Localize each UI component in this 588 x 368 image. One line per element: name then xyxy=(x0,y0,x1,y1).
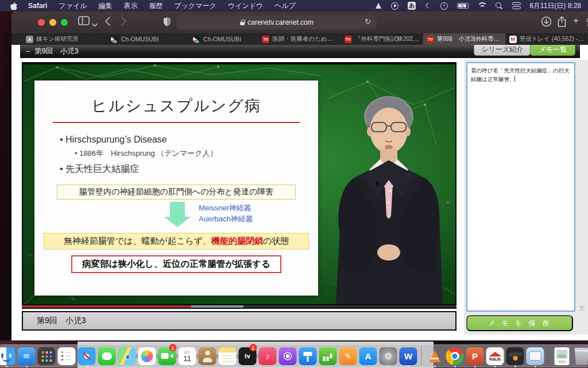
calendar-day: 11 xyxy=(183,355,191,363)
facetime-dock-icon[interactable]: 1 xyxy=(158,345,177,367)
privacy-shield-icon[interactable] xyxy=(163,17,171,29)
safari-window: carenetv.carenet.com ↻ + A錬キン術研究所Ch-OMUS… xyxy=(11,12,588,340)
word-dock-icon[interactable]: W xyxy=(399,345,418,367)
mail-dock-icon[interactable]: ✉ xyxy=(17,345,36,367)
safari-dock-icon[interactable] xyxy=(78,345,96,367)
appletv-dock-icon[interactable]: tv1 xyxy=(238,345,257,367)
resize-handle-icon[interactable] xyxy=(580,306,585,310)
address-bar[interactable]: carenetv.carenet.com ↻ xyxy=(177,16,377,29)
messages-dock-icon[interactable] xyxy=(98,345,117,367)
slide-box-result: 無神経節腸管では、蠕動が起こらず、機能的腸閉鎖の状態 xyxy=(44,233,309,250)
menu-3[interactable]: 表示 xyxy=(118,1,143,11)
clock-icon[interactable] xyxy=(440,2,448,10)
pages-dock-icon[interactable]: ✎ xyxy=(339,345,358,367)
zoom-window-button[interactable] xyxy=(61,19,68,26)
spotlight-search-icon[interactable] xyxy=(496,2,503,10)
kalib-dock-icon[interactable]: KaLib xyxy=(486,345,505,367)
photos-icon xyxy=(138,347,156,365)
menu-5[interactable]: ブックマーク xyxy=(168,1,222,11)
appstore-dock-icon[interactable]: A xyxy=(359,345,378,367)
tab-1[interactable]: Ch-OMUSUBI xyxy=(94,33,176,45)
battery-charging-icon[interactable] xyxy=(457,3,469,9)
menu-app[interactable]: Safari xyxy=(22,2,53,10)
tab-label: 受信トレイ (40,552) - kat… xyxy=(520,35,584,43)
photos-dock-icon[interactable] xyxy=(138,345,157,367)
mail-icon: ✉ xyxy=(18,347,36,365)
safari-toolbar: carenetv.carenet.com ↻ + xyxy=(11,12,588,33)
powerpoint-icon-text: P xyxy=(472,351,478,361)
png-file-icon xyxy=(554,347,569,365)
text-caret xyxy=(514,76,515,82)
memo-textarea[interactable]: 昔の呼び名「先天性巨大結腸症」の巨大結腸は正常腸管。 xyxy=(466,62,575,312)
video-progress-bar[interactable] xyxy=(22,305,457,308)
menu-2[interactable]: 編集 xyxy=(92,1,118,11)
menu-7[interactable]: ヘルプ xyxy=(269,1,301,11)
memo-text: 昔の呼び名「先天性巨大結腸症」の巨大結腸は正常腸管。 xyxy=(471,67,570,82)
close-window-button[interactable] xyxy=(38,19,45,26)
running-indicator xyxy=(494,366,496,367)
launchpad-dock-icon[interactable] xyxy=(37,345,56,367)
contacts-icon xyxy=(199,347,216,365)
menu-1[interactable]: ファイル xyxy=(53,1,92,11)
save-memo-button[interactable]: メ モ を 保 存 xyxy=(466,315,573,331)
menu-6[interactable]: ウインドウ xyxy=(222,1,269,11)
back-button[interactable] xyxy=(105,16,111,29)
url-text: carenetv.carenet.com xyxy=(247,18,314,26)
tab-label: Ch-OMUSUBI xyxy=(203,36,241,43)
tab-6[interactable]: M受信トレイ (40,552) - kat… xyxy=(506,33,588,45)
auerbach-label: Auerbach神経叢 xyxy=(199,214,253,225)
control-center-icon[interactable] xyxy=(512,2,520,9)
scansnap-dock-icon[interactable] xyxy=(506,345,525,367)
series-info-button[interactable]: シリーズ紹介 xyxy=(474,45,531,56)
menu-bar-clock[interactable]: 6月11日(日) 8:28 xyxy=(529,1,581,11)
collapse-icon[interactable]: − xyxy=(26,48,30,56)
podcasts-dock-icon[interactable] xyxy=(278,345,297,367)
vlc-dock-icon[interactable] xyxy=(425,345,444,367)
menu-4[interactable]: 履歴 xyxy=(143,1,168,11)
notes-icon xyxy=(219,347,237,365)
settings-dock-icon[interactable]: ⚙ xyxy=(379,345,398,367)
chrome-dock-icon[interactable] xyxy=(446,345,465,367)
maps-dock-icon[interactable] xyxy=(118,345,137,367)
calendar-dock-icon[interactable]: 6月11 xyxy=(178,345,197,367)
chrome-icon xyxy=(446,347,464,365)
notes-dock-icon[interactable] xyxy=(218,345,237,367)
memo-list-button[interactable]: メモ一覧 xyxy=(530,45,575,56)
reminders-dock-icon[interactable] xyxy=(57,345,76,367)
keynote-dock-icon[interactable] xyxy=(299,345,318,367)
video-player[interactable]: ヒルシュスプルング病 • Hirschspurung’s Disease • 1… xyxy=(22,62,457,309)
appstore-icon: A xyxy=(359,347,377,365)
numbers-dock-icon[interactable] xyxy=(319,345,338,367)
episode-caption-bar: 第9回 小児3 xyxy=(22,311,457,331)
chevron-down-icon[interactable] xyxy=(92,19,98,29)
running-indicator xyxy=(434,366,436,367)
wifi-icon[interactable] xyxy=(478,3,486,9)
input-ja-icon[interactable]: あ xyxy=(408,2,416,10)
share-button[interactable] xyxy=(557,16,567,30)
play-circle-icon[interactable] xyxy=(391,2,399,10)
tab-5[interactable]: TV第9回 小児3|外科専門医… xyxy=(423,33,505,45)
tab-favicon-carenet-tv: TV xyxy=(262,36,269,43)
imagecapture-dock-icon[interactable] xyxy=(526,345,545,367)
dock-divider xyxy=(548,347,549,365)
reload-icon[interactable]: ↻ xyxy=(365,17,371,26)
vlc-cone-icon[interactable] xyxy=(375,2,382,9)
tab-3[interactable]: TV医師・医療者のための動画… xyxy=(258,33,341,45)
contacts-dock-icon[interactable] xyxy=(198,345,217,367)
forward-button[interactable] xyxy=(121,16,127,29)
focus-moon-icon[interactable]: ☾ xyxy=(425,2,431,10)
finder-dock-icon[interactable] xyxy=(0,345,16,367)
minimize-window-button[interactable] xyxy=(49,19,56,26)
tab-2[interactable]: Ch-OMUSUBI xyxy=(176,33,258,45)
tab-0[interactable]: A錬キン術研究所 xyxy=(11,33,94,45)
sidebar-icon[interactable] xyxy=(78,16,90,28)
png-file-dock-icon[interactable] xyxy=(552,345,571,367)
tab-favicon-gmail: M xyxy=(509,36,517,43)
trash-dock-icon[interactable] xyxy=(572,345,588,367)
apple-menu[interactable] xyxy=(0,2,22,10)
new-tab-button[interactable]: + xyxy=(573,15,579,26)
downloads-button[interactable] xyxy=(541,16,552,29)
powerpoint-dock-icon[interactable]: P xyxy=(466,345,485,367)
music-dock-icon[interactable]: ♪ xyxy=(258,345,277,367)
tab-4[interactable]: TV『外科専門医試験2023』… xyxy=(341,33,423,45)
